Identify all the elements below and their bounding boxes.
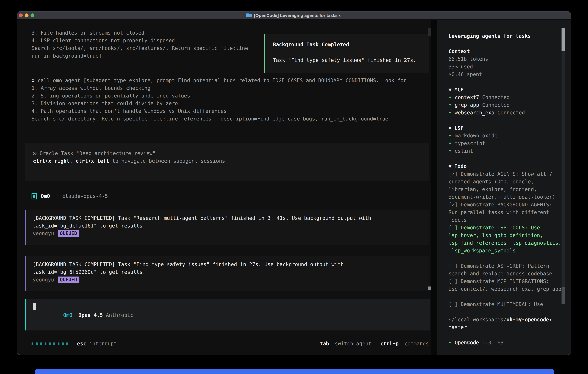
esc-label: interrupt (89, 340, 117, 348)
sidebar-scrollbar-thumb[interactable] (562, 28, 565, 51)
folder-icon (246, 14, 252, 17)
todo-line-active: lsp_find_references, lsp_diagnostics, (449, 239, 571, 247)
agent-model-name: claude-opus-4-5 (62, 192, 108, 200)
agent-session-header[interactable]: OmO · claude-opus-4-5 (32, 192, 108, 200)
window-title: [OpenCode] Leveraging agents for tasks ◐ (254, 13, 341, 18)
toast-title: Background Task Completed (273, 41, 429, 48)
mcp-status: Connected (482, 94, 510, 100)
agent-checkbox-icon (32, 193, 37, 199)
lsp-section-header[interactable]: ▼LSP (449, 124, 571, 132)
text-line: Search src/tools/, src/hooks/, src/featu… (32, 44, 248, 52)
dock-strip (35, 369, 554, 374)
tool-call-line: ⚙ call_omo_agent [subagent_type=explore,… (32, 77, 407, 84)
tool-call-tail: Search src/ directory. Return specific f… (32, 115, 407, 123)
tab-label: switch agent (335, 341, 371, 346)
text-line: 3. File handles or streams not closed (32, 29, 248, 37)
mcp-item: •grep_app Connected (449, 101, 571, 109)
todo-section-header[interactable]: ▼Todo (449, 163, 571, 170)
mcp-status: Connected (497, 110, 525, 115)
message-meta: yeongyuQUEUED (33, 230, 429, 237)
message-meta: yeongyuQUEUED (33, 276, 429, 284)
todo-line-done: Run parallel tasks with different (449, 208, 571, 216)
chevron-down-icon: ▼ (449, 164, 452, 169)
maximize-window-button[interactable] (31, 13, 34, 17)
terminal-window: [OpenCode] Leveraging agents for tasks ◐… (17, 11, 571, 355)
minimize-window-button[interactable] (25, 13, 29, 17)
todo-heading: Todo (454, 163, 467, 169)
oracle-task-banner: Oracle Task "Deep architecture review" c… (25, 143, 429, 181)
todo-line-pending: Use context7, websearch_exa, grep_app (449, 285, 571, 293)
lsp-item: •markdown-oxide (449, 132, 571, 140)
sidebar-scrollbar-track[interactable] (562, 28, 565, 304)
todo-line-active: [ ] Demonstrate LSP TOOLS: Use (449, 224, 571, 231)
spacer-text (400, 341, 403, 346)
todo-line-active: lsp_workspace_symbols (449, 247, 571, 255)
context-used: 33% used (449, 63, 571, 71)
navigation-hint: ctrl+x right, ctrl+x left to navigate be… (33, 157, 429, 165)
chat-panel: 3. File handles or streams not closed 4.… (17, 20, 431, 355)
todo-scrollbar-thumb[interactable] (562, 287, 565, 304)
window-title-group: [OpenCode] Leveraging agents for tasks ◐ (246, 13, 341, 18)
app-version: 1.0.163 (482, 340, 504, 345)
tool-call-list-item: 3. Division operations that could divide… (32, 100, 407, 107)
status-dot-icon: • (449, 133, 452, 139)
input-model-name: Opus 4.5 (78, 312, 103, 318)
message-line: task_id="bg_dcfac161" to get results. (33, 222, 429, 230)
context-tokens: 66,518 tokens (449, 55, 571, 63)
tool-call-list-item: 4. Path operations that don't handle Win… (32, 107, 407, 115)
agent-model (59, 192, 62, 200)
background-task-message: [BACKGROUND TASK COMPLETED] Task "Resear… (25, 210, 429, 245)
window-titlebar[interactable]: [OpenCode] Leveraging agents for tasks ◐ (17, 12, 571, 20)
activity-dots-icon (32, 343, 68, 345)
mcp-name: websearch_exa (455, 110, 494, 115)
workspace-path: ~/local-workspaces/oh-my-opencode: (449, 316, 571, 323)
lsp-name: eslint (455, 148, 473, 154)
app-version-row: •OpenCode 1.0.163 (449, 339, 571, 346)
tool-call-list-item: 2. String operations on potentially unde… (32, 92, 407, 100)
tool-call-block: ⚙ call_omo_agent [subagent_type=explore,… (32, 77, 407, 123)
status-right: tab switch agent ctrl+p commands (320, 340, 429, 348)
sidebar-panel: Leveraging agents for tasks Context 66,5… (437, 20, 571, 355)
lsp-name: typescript (455, 140, 485, 146)
esc-key-label (86, 340, 89, 348)
oracle-task-line: Oracle Task "Deep architecture review" (33, 150, 429, 157)
text-line: run_in_background=true] (32, 52, 248, 60)
chevron-down-icon: ▼ (449, 87, 452, 92)
workspace-branch: master (449, 323, 571, 331)
todo-line-done: models (449, 216, 571, 224)
message-line: task_id="bg_6f59260c" to get results. (33, 268, 429, 276)
todo-line-done: [✓] Demonstrate AGENTS: Show all 7 (449, 170, 571, 178)
gear-icon: ⚙ (32, 78, 35, 83)
todo-line-pending: search and replace across codebase (449, 270, 571, 278)
mcp-status: Connected (482, 102, 510, 108)
hint-keys: ctrl+x right, ctrl+x left (33, 158, 109, 164)
queued-badge: QUEUED (58, 277, 79, 283)
oracle-task-text: Oracle Task "Deep architecture review" (40, 150, 156, 156)
status-left: esc interrupt (32, 340, 117, 348)
spacer-text (330, 341, 334, 346)
chat-scrollbar-thumb[interactable] (428, 28, 431, 36)
status-dot-icon: • (449, 148, 452, 154)
close-window-button[interactable] (19, 13, 23, 17)
fisheye-icon (33, 152, 36, 155)
prompt-input[interactable]: OmO Opus 4.5 Anthropic (25, 299, 430, 331)
lsp-item: •eslint (449, 147, 571, 155)
tool-call-text: call_omo_agent [subagent_type=explore, p… (38, 78, 407, 83)
esc-key-hint: esc (77, 340, 86, 348)
app-name-regular: Open (455, 340, 467, 345)
background-task-message: [BACKGROUND TASK COMPLETED] Task "Find t… (25, 256, 429, 291)
status-dot-icon: • (449, 102, 452, 108)
chat-scrollbar-indicator[interactable] (428, 287, 431, 291)
todo-line-pending: [ ] Demonstrate MCP INTEGRATIONS: (449, 278, 571, 285)
mcp-heading: MCP (454, 87, 463, 93)
cmd-key-hint: ctrl+p (380, 341, 399, 346)
mcp-section-header[interactable]: ▼MCP (449, 86, 571, 94)
workspace-path-prefix: ~/local-workspaces/ (449, 317, 506, 322)
chevron-down-icon: ▼ (449, 126, 452, 130)
todo-line-done: curated agents (OmO, oracle, (449, 178, 571, 186)
message-line: [BACKGROUND TASK COMPLETED] Task "Resear… (33, 214, 429, 222)
agent-name: OmO (41, 192, 50, 200)
message-line: [BACKGROUND TASK COMPLETED] Task "Find t… (33, 261, 429, 268)
message-user: yeongyu (33, 277, 54, 283)
queued-badge: QUEUED (58, 230, 79, 237)
